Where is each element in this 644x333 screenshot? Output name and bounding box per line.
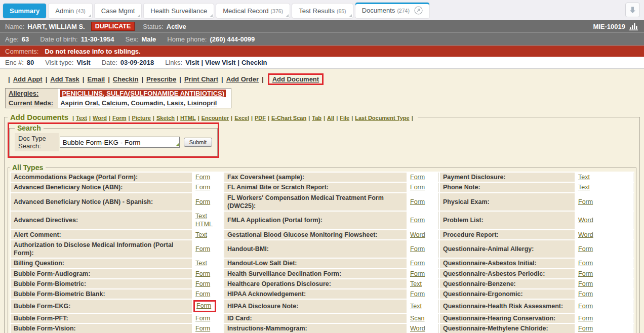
add-task-link[interactable]: Add Task <box>50 75 79 83</box>
chart-tabs: SummaryAdmin(43)Case MgmtHealth Surveill… <box>3 3 429 18</box>
doc-type-link-form[interactable]: Form <box>410 270 425 277</box>
doc-type-link-form[interactable]: Form <box>578 280 593 287</box>
add-doc-type-all[interactable]: All <box>327 115 334 121</box>
doc-type-link-text[interactable]: Text <box>195 213 207 220</box>
encounter-link-checkin[interactable]: Checkin <box>242 59 267 66</box>
doc-type-link-scan[interactable]: Scan <box>410 315 425 322</box>
doc-type-link-form[interactable]: Form <box>410 245 425 253</box>
medication-link-coumadin[interactable]: Coumadin <box>131 99 164 107</box>
encounter-link-view-visit[interactable]: View Visit <box>205 59 235 66</box>
doc-type-link-cell: Form <box>576 259 633 268</box>
doc-type-link-form[interactable]: Form <box>410 174 425 181</box>
doc-type-link-form[interactable]: Form <box>196 302 211 309</box>
add-order-link[interactable]: Add Order <box>226 75 259 83</box>
doc-type-label: Bubble Form-PFT: <box>11 314 192 323</box>
doc-type-link-form[interactable]: Form <box>410 198 425 205</box>
prescribe-link[interactable]: Prescribe <box>146 75 176 83</box>
doc-type-link-form[interactable]: Form <box>410 260 425 267</box>
doc-type-link-form[interactable]: Form <box>195 198 210 205</box>
medication-link-lasix[interactable]: Lasix <box>167 99 183 107</box>
doc-type-link-form[interactable]: Form <box>195 184 210 191</box>
doc-type-link-text[interactable]: Text <box>578 184 590 191</box>
add-doc-type-encounter[interactable]: Encounter <box>202 115 229 121</box>
doc-type-link-form[interactable]: Form <box>578 198 593 205</box>
doc-type-link-form[interactable]: Form <box>578 315 593 322</box>
tab-medical-record[interactable]: Medical Record(376) <box>216 4 290 18</box>
doc-type-link-form[interactable]: Form <box>578 303 593 310</box>
doc-type-link-form[interactable]: Form <box>195 325 210 332</box>
patient-demographics-bar: Age:63 Date of birth:11-30-1954 Sex:Male… <box>0 33 644 46</box>
separator: | <box>109 115 110 121</box>
separator: | <box>351 115 353 121</box>
tab-test-results[interactable]: Test Results(65) <box>292 4 353 18</box>
doc-type-link-text[interactable]: Text <box>410 303 422 310</box>
add-doc-type-sketch[interactable]: Sketch <box>156 115 175 121</box>
doc-type-link-form[interactable]: Form <box>410 217 425 224</box>
add-documents-section: Add Documents |Text|Word|Form|Picture|Sk… <box>4 113 640 333</box>
doc-type-link-form[interactable]: Form <box>195 270 210 277</box>
doc-type-link-form[interactable]: Form <box>578 325 593 332</box>
doc-type-row: Accommodations Package (Portal Form):For… <box>11 173 633 182</box>
tab-health-surveillance[interactable]: Health Surveillance <box>144 4 214 18</box>
doc-type-link-form[interactable]: Form <box>578 290 593 298</box>
add-doc-type-file[interactable]: File <box>340 115 349 121</box>
print-chart-link[interactable]: Print Chart <box>184 75 218 83</box>
doc-type-link-cell: Form <box>193 279 223 288</box>
tab-documents[interactable]: Documents(274) <box>355 3 429 18</box>
doc-type-link-form[interactable]: Form <box>410 184 425 191</box>
add-appt-link[interactable]: Add Appt <box>13 75 43 83</box>
add-doc-type-tab[interactable]: Tab <box>312 115 321 121</box>
encounter-link-visit[interactable]: Visit <box>185 59 199 66</box>
add-document-link[interactable]: Add Document <box>272 75 319 83</box>
email-link[interactable]: Email <box>87 75 105 83</box>
doc-type-label: Problem List: <box>440 212 575 229</box>
doc-type-link-form[interactable]: Form <box>578 270 593 277</box>
doc-type-link-word[interactable]: Word <box>578 217 593 224</box>
add-doc-type-last-document-type[interactable]: Last Document Type <box>355 115 409 121</box>
doc-type-link-text[interactable]: Text <box>195 231 207 238</box>
medication-link-aspirin-oral[interactable]: Aspirin Oral <box>60 99 98 107</box>
doc-type-link-text[interactable]: Text <box>195 260 207 267</box>
doc-type-link-cell: Form <box>193 300 223 312</box>
add-doc-type-text[interactable]: Text <box>76 115 87 121</box>
current-meds-link[interactable]: Current Meds: <box>9 99 53 107</box>
add-doc-type-html[interactable]: HTML <box>180 115 196 121</box>
doc-type-link-text[interactable]: Text <box>578 174 590 181</box>
doc-type-link-html[interactable]: HTML <box>195 221 213 228</box>
doc-type-link-form[interactable]: Form <box>195 315 210 322</box>
doc-type-link-form[interactable]: Form <box>195 174 210 181</box>
doc-type-link-text[interactable]: Text <box>410 280 422 287</box>
add-doc-type-word[interactable]: Word <box>93 115 107 121</box>
add-doc-type-e-chart-scan[interactable]: E-Chart Scan <box>271 115 306 121</box>
doc-type-link-form[interactable]: Form <box>195 290 210 298</box>
allergies-link[interactable]: Allergies: <box>9 90 38 97</box>
medication-link-calcium[interactable]: Calcium <box>102 99 128 107</box>
doc-type-search-input[interactable] <box>60 137 180 148</box>
name-label: Name: <box>5 23 24 30</box>
add-doc-type-pdf[interactable]: PDF <box>255 115 266 121</box>
download-button[interactable] <box>625 3 640 17</box>
doc-type-link-form[interactable]: Form <box>195 245 210 253</box>
medication-link-lisinopril[interactable]: Lisinopril <box>187 99 217 107</box>
tab-case-mgmt[interactable]: Case Mgmt <box>95 4 141 18</box>
allergy-value-link[interactable]: PENICILLINS, SULFA(SULFONAMIDE ANTIBIOTI… <box>60 90 226 97</box>
doc-type-link-cell: Form <box>193 173 223 182</box>
annotation-box-search: Search Doc Type Search: Submit <box>8 122 219 158</box>
add-doc-type-picture[interactable]: Picture <box>132 115 151 121</box>
add-doc-type-form[interactable]: Form <box>112 115 127 121</box>
doc-type-link-form[interactable]: Form <box>410 290 425 298</box>
tab-summary[interactable]: Summary <box>3 4 46 18</box>
comments-label: Comments: <box>5 48 38 55</box>
add-doc-type-excel[interactable]: Excel <box>234 115 249 121</box>
tab-admin[interactable]: Admin(43) <box>49 4 92 18</box>
doc-type-link-form[interactable]: Form <box>578 260 593 267</box>
bar-chart-icon[interactable] <box>629 23 639 30</box>
doc-type-link-form[interactable]: Form <box>578 245 593 253</box>
open-in-new-window-icon[interactable] <box>414 6 423 15</box>
doc-type-link-word[interactable]: Word <box>578 231 593 238</box>
submit-button[interactable]: Submit <box>184 138 212 147</box>
checkin-link[interactable]: Checkin <box>113 75 139 83</box>
doc-type-link-word[interactable]: Word <box>410 325 425 332</box>
doc-type-link-form[interactable]: Form <box>195 280 210 287</box>
doc-type-link-word[interactable]: Word <box>410 231 425 238</box>
